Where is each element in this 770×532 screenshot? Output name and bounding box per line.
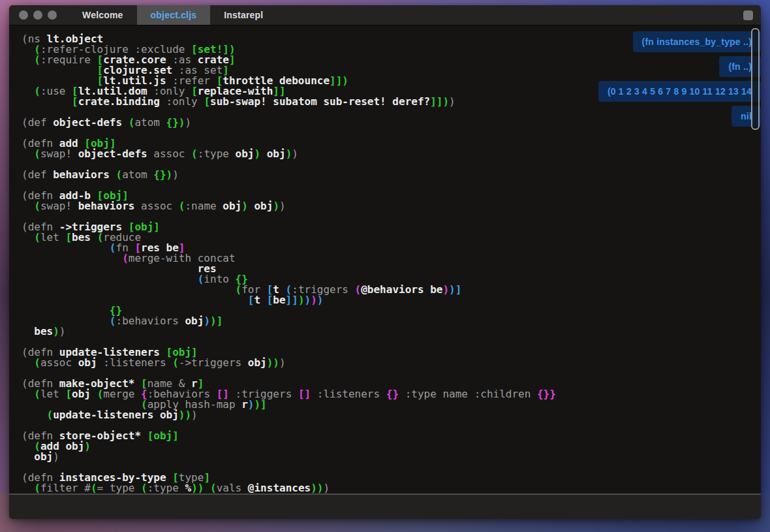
minimize-button[interactable]: [33, 10, 42, 20]
code-line[interactable]: (filter #(= type (:type %)) (vals @insta…: [22, 483, 761, 493]
code-line[interactable]: (update-listeners obj))): [22, 410, 761, 420]
code-line[interactable]: [22, 180, 761, 191]
code-editor[interactable]: (ns lt.object (:refer-clojure :exclude […: [9, 25, 761, 500]
console-toggle-button[interactable]: [743, 10, 753, 20]
code-line[interactable]: (defn store-object* [obj]: [22, 431, 761, 441]
window-controls: [9, 5, 69, 25]
zoom-button[interactable]: [48, 10, 57, 20]
inline-result-badge[interactable]: (0 1 2 3 4 5 6 7 8 9 10 11 12 13 14: [598, 81, 761, 102]
code-line[interactable]: (add obj): [22, 441, 761, 452]
tab-welcome[interactable]: Welcome: [69, 5, 137, 25]
code-line[interactable]: bes)): [22, 326, 761, 337]
inline-results: (fn instances_by_type ..)(fn ..)(0 1 2 3…: [598, 31, 761, 127]
status-bar: [9, 493, 761, 519]
code-line[interactable]: (:behaviors obj))]: [22, 316, 761, 326]
code-line[interactable]: [22, 128, 761, 138]
code-line[interactable]: obj): [22, 452, 761, 462]
code-line[interactable]: [t [be]])))): [22, 295, 761, 305]
desktop-wallpaper: { "tabbar": { "window_controls": [ {"nam…: [0, 0, 770, 532]
inline-result-badge[interactable]: (fn instances_by_type ..): [633, 31, 761, 52]
close-button[interactable]: [19, 10, 28, 20]
scrollbar-thumb[interactable]: [751, 28, 760, 130]
tab-instarepl[interactable]: Instarepl: [210, 5, 277, 25]
code-line[interactable]: (def behaviors (atom {})): [22, 170, 761, 180]
tab-object-cljs[interactable]: object.cljs: [137, 5, 211, 25]
code-line[interactable]: (swap! object-defs assoc (:type obj) obj…: [22, 149, 761, 159]
code-line[interactable]: (assoc obj :listeners (->triggers obj))): [22, 358, 761, 368]
tab-bar: Welcomeobject.cljsInstarepl: [9, 5, 761, 25]
tab-strip: Welcomeobject.cljsInstarepl: [69, 5, 277, 25]
app-window: Welcomeobject.cljsInstarepl (ns lt.objec…: [9, 5, 761, 519]
code-line[interactable]: (swap! behaviors assoc (:name obj) obj)): [22, 201, 761, 211]
